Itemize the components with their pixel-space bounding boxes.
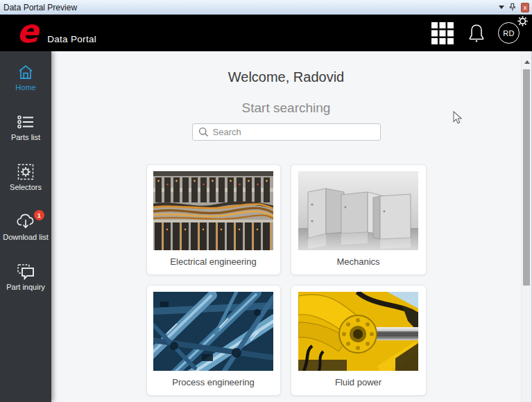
auto-hide-pin-icon[interactable] xyxy=(509,3,516,12)
settings-gear-icon[interactable] xyxy=(517,16,528,29)
scroll-up-arrow-icon[interactable] xyxy=(524,60,530,64)
home-icon xyxy=(17,64,35,80)
main-content: Welcome, Radovid Start searching xyxy=(51,51,521,402)
apps-grid-icon[interactable] xyxy=(431,22,454,44)
welcome-heading: Welcome, Radovid xyxy=(51,51,521,85)
category-label: Process engineering xyxy=(172,377,255,387)
category-label: Mechanics xyxy=(336,256,379,267)
process-engineering-image xyxy=(153,292,273,371)
sidebar-nav: Home Parts list xyxy=(0,51,51,402)
category-label: Fluid power xyxy=(335,377,381,387)
category-card-electrical-engineering[interactable]: Electrical engineering xyxy=(146,164,281,275)
sidebar-item-label: Home xyxy=(15,83,35,91)
vertical-scrollbar[interactable] xyxy=(521,51,532,402)
electrical-engineering-image xyxy=(153,171,273,250)
sidebar-item-download-list[interactable]: 1 Download list xyxy=(0,213,51,241)
selectors-icon xyxy=(17,164,34,180)
search-input[interactable] xyxy=(213,127,375,137)
start-searching-heading: Start searching xyxy=(51,101,521,116)
sidebar-item-label: Selectors xyxy=(10,183,42,191)
avatar-initials[interactable]: RD xyxy=(498,22,520,44)
eplan-logo: e xyxy=(17,17,38,45)
download-count-badge: 1 xyxy=(34,210,44,220)
panel-titlebar[interactable]: Data Portal Preview x xyxy=(0,0,532,15)
parts-list-icon xyxy=(17,114,35,130)
sidebar-item-home[interactable]: Home xyxy=(0,64,51,91)
category-card-fluid-power[interactable]: Fluid power xyxy=(291,285,427,396)
sidebar-item-label: Download list xyxy=(3,233,48,241)
category-card-process-engineering[interactable]: Process engineering xyxy=(146,285,281,396)
scrollbar-thumb[interactable] xyxy=(523,69,530,286)
category-grid: Electrical engineering xyxy=(146,164,427,396)
mechanics-image xyxy=(298,171,418,250)
data-portal-window: { "window": { "title": "Data Portal Prev… xyxy=(0,0,532,402)
panel-title: Data Portal Preview xyxy=(3,3,77,12)
notifications-bell-icon[interactable] xyxy=(467,23,486,44)
sidebar-item-part-inquiry[interactable]: Part inquiry xyxy=(0,263,51,291)
category-card-mechanics[interactable]: Mechanics xyxy=(291,164,427,275)
window-position-menu-icon[interactable] xyxy=(499,6,504,9)
category-label: Electrical engineering xyxy=(170,256,256,267)
search-icon xyxy=(198,127,209,137)
close-panel-button[interactable]: x xyxy=(521,3,529,12)
part-inquiry-icon xyxy=(17,263,35,280)
app-title: Data Portal xyxy=(47,34,96,44)
search-box[interactable] xyxy=(192,123,381,141)
sidebar-item-label: Parts list xyxy=(11,133,40,141)
sidebar-item-selectors[interactable]: Selectors xyxy=(0,164,51,191)
sidebar-item-parts-list[interactable]: Parts list xyxy=(0,114,51,141)
app-header: e Data Portal xyxy=(0,15,532,51)
user-avatar[interactable]: RD xyxy=(498,22,520,44)
fluid-power-image xyxy=(298,292,418,371)
cloud-download-icon: 1 xyxy=(16,213,35,230)
sidebar-item-label: Part inquiry xyxy=(6,283,45,291)
